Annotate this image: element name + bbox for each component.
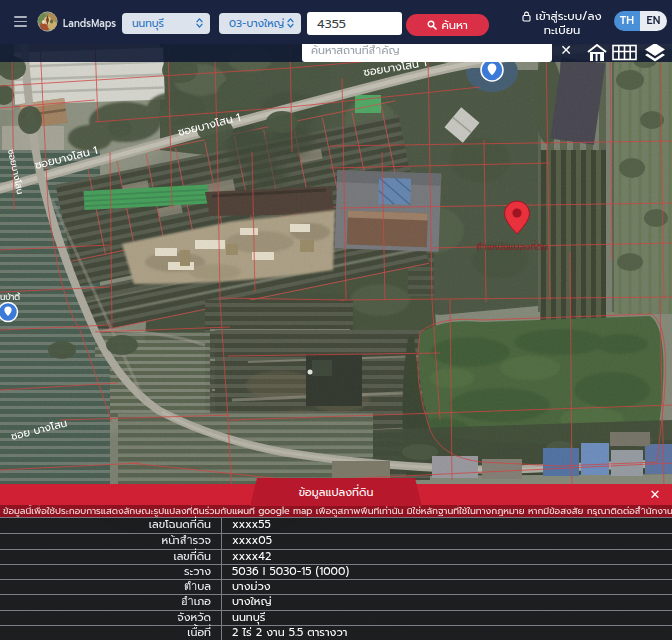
svg-text:ตำแหน่งแปลงที่ดิน: ตำแหน่งแปลงที่ดิน [476, 239, 548, 254]
